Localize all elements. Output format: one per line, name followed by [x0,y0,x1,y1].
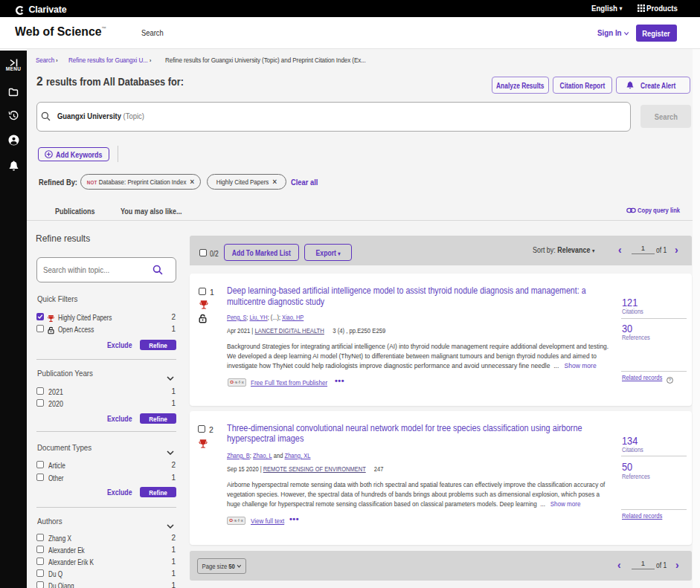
svg-text:?: ? [669,378,672,382]
